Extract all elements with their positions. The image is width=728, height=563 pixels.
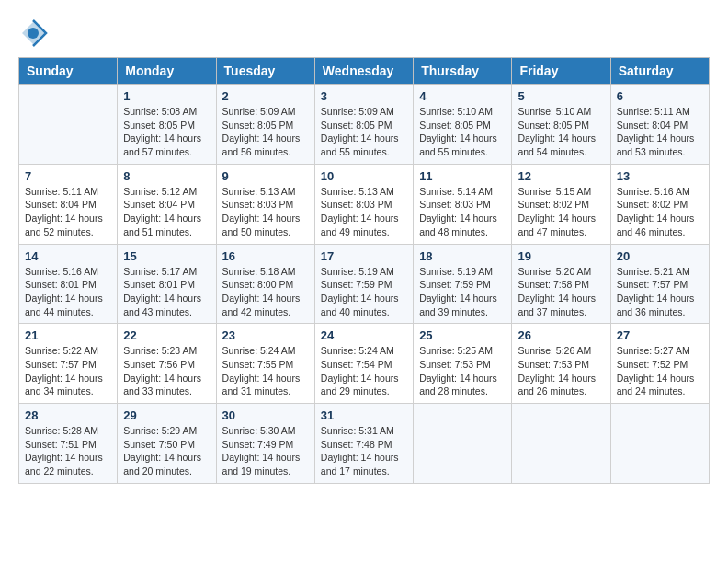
day-number: 10 [321, 169, 407, 183]
day-info: Sunrise: 5:19 AMSunset: 7:59 PMDaylight:… [321, 265, 407, 319]
day-info: Sunrise: 5:10 AMSunset: 8:05 PMDaylight:… [518, 105, 604, 159]
day-number: 22 [123, 328, 210, 342]
day-info: Sunrise: 5:19 AMSunset: 7:59 PMDaylight:… [419, 265, 506, 319]
calendar-cell: 20Sunrise: 5:21 AMSunset: 7:57 PMDayligh… [610, 244, 709, 324]
day-number: 20 [617, 249, 703, 263]
week-row-5: 28Sunrise: 5:28 AMSunset: 7:51 PMDayligh… [19, 404, 710, 484]
calendar-cell: 8Sunrise: 5:12 AMSunset: 8:04 PMDaylight… [118, 164, 216, 244]
day-number: 5 [518, 89, 604, 103]
day-info: Sunrise: 5:30 AMSunset: 7:49 PMDaylight:… [222, 424, 309, 478]
calendar-cell: 25Sunrise: 5:25 AMSunset: 7:53 PMDayligh… [414, 324, 512, 404]
calendar-cell: 15Sunrise: 5:17 AMSunset: 8:01 PMDayligh… [118, 244, 216, 324]
day-number: 12 [518, 169, 604, 183]
day-number: 11 [419, 169, 506, 183]
logo [18, 18, 51, 48]
day-info: Sunrise: 5:27 AMSunset: 7:52 PMDaylight:… [617, 344, 703, 398]
day-number: 1 [123, 89, 210, 103]
day-number: 16 [222, 249, 309, 263]
day-number: 29 [123, 408, 210, 422]
calendar-cell: 30Sunrise: 5:30 AMSunset: 7:49 PMDayligh… [216, 404, 314, 484]
day-number: 17 [321, 249, 407, 263]
day-info: Sunrise: 5:31 AMSunset: 7:48 PMDaylight:… [321, 424, 407, 478]
day-info: Sunrise: 5:29 AMSunset: 7:50 PMDaylight:… [123, 424, 210, 478]
calendar-cell: 27Sunrise: 5:27 AMSunset: 7:52 PMDayligh… [610, 324, 709, 404]
day-header-monday: Monday [118, 58, 216, 85]
day-number: 2 [222, 89, 309, 103]
calendar-header-row: SundayMondayTuesdayWednesdayThursdayFrid… [19, 58, 710, 85]
day-info: Sunrise: 5:28 AMSunset: 7:51 PMDaylight:… [25, 424, 111, 478]
logo-icon [18, 18, 48, 48]
calendar-cell: 10Sunrise: 5:13 AMSunset: 8:03 PMDayligh… [314, 164, 413, 244]
day-number: 26 [518, 328, 604, 342]
day-number: 7 [25, 169, 111, 183]
calendar-cell: 19Sunrise: 5:20 AMSunset: 7:58 PMDayligh… [512, 244, 610, 324]
day-info: Sunrise: 5:20 AMSunset: 7:58 PMDaylight:… [518, 265, 604, 319]
calendar-cell: 31Sunrise: 5:31 AMSunset: 7:48 PMDayligh… [314, 404, 413, 484]
day-number: 21 [25, 328, 111, 342]
day-number: 14 [25, 249, 111, 263]
calendar-cell: 3Sunrise: 5:09 AMSunset: 8:05 PMDaylight… [314, 85, 413, 165]
day-number: 6 [617, 89, 703, 103]
day-number: 4 [419, 89, 506, 103]
day-header-thursday: Thursday [414, 58, 512, 85]
day-header-saturday: Saturday [610, 58, 709, 85]
calendar-cell [512, 404, 610, 484]
day-info: Sunrise: 5:08 AMSunset: 8:05 PMDaylight:… [123, 105, 210, 159]
calendar-cell [610, 404, 709, 484]
week-row-4: 21Sunrise: 5:22 AMSunset: 7:57 PMDayligh… [19, 324, 710, 404]
day-info: Sunrise: 5:09 AMSunset: 8:05 PMDaylight:… [321, 105, 407, 159]
calendar-cell: 1Sunrise: 5:08 AMSunset: 8:05 PMDaylight… [118, 85, 216, 165]
day-info: Sunrise: 5:18 AMSunset: 8:00 PMDaylight:… [222, 265, 309, 319]
day-info: Sunrise: 5:23 AMSunset: 7:56 PMDaylight:… [123, 344, 210, 398]
day-number: 13 [617, 169, 703, 183]
calendar-cell: 9Sunrise: 5:13 AMSunset: 8:03 PMDaylight… [216, 164, 314, 244]
day-number: 24 [321, 328, 407, 342]
calendar-cell: 21Sunrise: 5:22 AMSunset: 7:57 PMDayligh… [19, 324, 118, 404]
calendar-cell: 17Sunrise: 5:19 AMSunset: 7:59 PMDayligh… [314, 244, 413, 324]
calendar-cell [414, 404, 512, 484]
day-number: 15 [123, 249, 210, 263]
calendar-cell: 28Sunrise: 5:28 AMSunset: 7:51 PMDayligh… [19, 404, 118, 484]
calendar-cell: 26Sunrise: 5:26 AMSunset: 7:53 PMDayligh… [512, 324, 610, 404]
day-number: 31 [321, 408, 407, 422]
day-info: Sunrise: 5:11 AMSunset: 8:04 PMDaylight:… [617, 105, 703, 159]
calendar-cell: 12Sunrise: 5:15 AMSunset: 8:02 PMDayligh… [512, 164, 610, 244]
day-number: 28 [25, 408, 111, 422]
day-info: Sunrise: 5:13 AMSunset: 8:03 PMDaylight:… [222, 185, 309, 239]
day-number: 30 [222, 408, 309, 422]
day-header-friday: Friday [512, 58, 610, 85]
day-info: Sunrise: 5:13 AMSunset: 8:03 PMDaylight:… [321, 185, 407, 239]
day-number: 25 [419, 328, 506, 342]
day-header-tuesday: Tuesday [216, 58, 314, 85]
calendar-cell: 18Sunrise: 5:19 AMSunset: 7:59 PMDayligh… [414, 244, 512, 324]
calendar-cell: 4Sunrise: 5:10 AMSunset: 8:05 PMDaylight… [414, 85, 512, 165]
week-row-2: 7Sunrise: 5:11 AMSunset: 8:04 PMDaylight… [19, 164, 710, 244]
calendar-cell: 11Sunrise: 5:14 AMSunset: 8:03 PMDayligh… [414, 164, 512, 244]
day-header-wednesday: Wednesday [314, 58, 413, 85]
day-number: 19 [518, 249, 604, 263]
day-info: Sunrise: 5:25 AMSunset: 7:53 PMDaylight:… [419, 344, 506, 398]
calendar-cell: 2Sunrise: 5:09 AMSunset: 8:05 PMDaylight… [216, 85, 314, 165]
calendar-cell: 13Sunrise: 5:16 AMSunset: 8:02 PMDayligh… [610, 164, 709, 244]
calendar-cell: 29Sunrise: 5:29 AMSunset: 7:50 PMDayligh… [118, 404, 216, 484]
day-info: Sunrise: 5:17 AMSunset: 8:01 PMDaylight:… [123, 265, 210, 319]
day-number: 8 [123, 169, 210, 183]
day-info: Sunrise: 5:21 AMSunset: 7:57 PMDaylight:… [617, 265, 703, 319]
calendar-cell: 22Sunrise: 5:23 AMSunset: 7:56 PMDayligh… [118, 324, 216, 404]
calendar-cell: 24Sunrise: 5:24 AMSunset: 7:54 PMDayligh… [314, 324, 413, 404]
day-info: Sunrise: 5:22 AMSunset: 7:57 PMDaylight:… [25, 344, 111, 398]
calendar-cell: 7Sunrise: 5:11 AMSunset: 8:04 PMDaylight… [19, 164, 118, 244]
day-info: Sunrise: 5:15 AMSunset: 8:02 PMDaylight:… [518, 185, 604, 239]
day-info: Sunrise: 5:24 AMSunset: 7:55 PMDaylight:… [222, 344, 309, 398]
day-number: 23 [222, 328, 309, 342]
calendar-cell: 6Sunrise: 5:11 AMSunset: 8:04 PMDaylight… [610, 85, 709, 165]
day-number: 9 [222, 169, 309, 183]
day-info: Sunrise: 5:16 AMSunset: 8:01 PMDaylight:… [25, 265, 111, 319]
svg-point-0 [28, 28, 39, 39]
calendar-cell: 14Sunrise: 5:16 AMSunset: 8:01 PMDayligh… [19, 244, 118, 324]
day-number: 27 [617, 328, 703, 342]
week-row-3: 14Sunrise: 5:16 AMSunset: 8:01 PMDayligh… [19, 244, 710, 324]
calendar-cell [19, 85, 118, 165]
day-info: Sunrise: 5:14 AMSunset: 8:03 PMDaylight:… [419, 185, 506, 239]
day-info: Sunrise: 5:11 AMSunset: 8:04 PMDaylight:… [25, 185, 111, 239]
